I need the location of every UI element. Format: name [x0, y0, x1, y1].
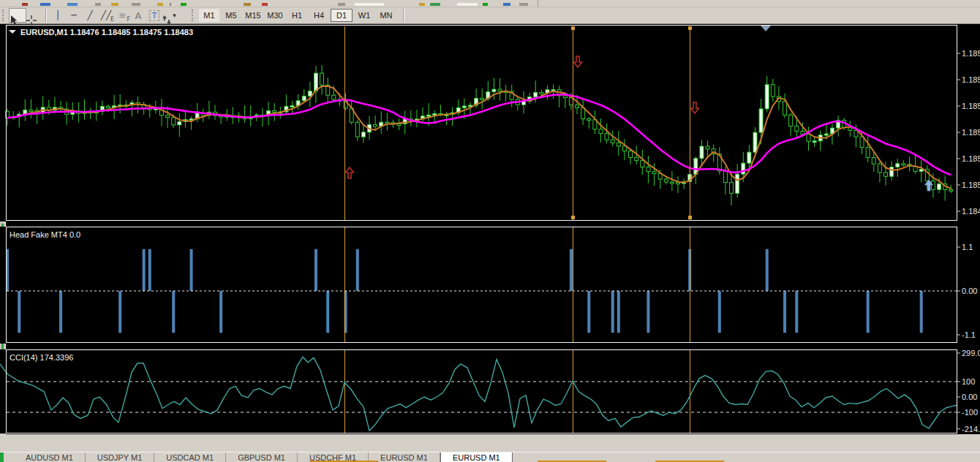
- timeframe-d1-button[interactable]: D1: [331, 9, 353, 22]
- timeframe-m1-button[interactable]: M1: [199, 9, 219, 22]
- vertical-line-tool-button[interactable]: │: [50, 9, 66, 22]
- headfake-scale-label: 0.00: [962, 287, 977, 295]
- toolbar-upper-row: [0, 0, 980, 7]
- fibonacci-tool-button[interactable]: ≡ F: [114, 9, 130, 22]
- text-tool-button[interactable]: A: [130, 9, 146, 22]
- clipped-toolbar-icon[interactable]: [67, 3, 78, 6]
- timeframe-m30-button[interactable]: M30: [265, 9, 285, 22]
- vertical-line-icon: │: [55, 10, 60, 20]
- trendline-tool-button[interactable]: ╱: [82, 9, 98, 22]
- chart-window: 1.1851.1851.1851.1851.1851.1851.184EURUS…: [0, 24, 980, 434]
- price-scale-label: 1.184: [962, 207, 980, 216]
- text-icon: A: [135, 10, 142, 21]
- clipped-toolbar-icon[interactable]: [519, 3, 528, 6]
- clipped-toolbar-icon[interactable]: [40, 3, 50, 6]
- cci-scale-label: 299.01: [962, 349, 980, 357]
- clipped-toolbar-icon[interactable]: [483, 3, 488, 6]
- horizontal-line-tool-button[interactable]: ─: [66, 9, 82, 22]
- price-scale-label: 1.185: [962, 181, 980, 189]
- clipped-toolbar-icon[interactable]: [157, 3, 163, 6]
- price-scale-label: 1.185: [962, 128, 980, 137]
- headfake-indicator-label: Head Fake MT4 0.0: [10, 230, 80, 239]
- clipped-toolbar-icon[interactable]: [95, 3, 101, 6]
- price-scale-label: 1.185: [962, 75, 980, 84]
- clipped-toolbar-icon[interactable]: [22, 3, 28, 6]
- toolbar-separator-2: [403, 9, 404, 22]
- crosshair-tool-button[interactable]: [26, 9, 42, 22]
- horizontal-line-icon: ─: [71, 10, 76, 20]
- clipped-toolbar-icon[interactable]: [244, 3, 251, 6]
- cci-scale-label: -214.43: [962, 425, 980, 433]
- clipped-toolbar-icon[interactable]: [355, 3, 384, 6]
- chart-title: EURUSD,M1 1.18476 1.18485 1.18475 1.1848…: [20, 28, 193, 37]
- text-label-icon: T: [149, 10, 160, 21]
- toolbar-line-studies: │ ─ ╱ ╱╱ E ≡ F A T ▾ M1 M5 M15 M30 H1 H4…: [0, 7, 980, 24]
- cci-scale-label: 0.00: [962, 393, 977, 401]
- cci-indicator-label: CCI(14) 174.3396: [10, 353, 73, 362]
- price-scale-label: 1.185: [962, 102, 980, 110]
- timeframe-m15-button[interactable]: M15: [243, 9, 263, 22]
- timeframe-mn-button[interactable]: MN: [376, 9, 396, 22]
- cursor-tool-button[interactable]: [9, 8, 26, 23]
- toolbar-grip[interactable]: [2, 10, 6, 21]
- arrows-tool-button[interactable]: ▾: [162, 9, 184, 22]
- clipped-toolbar-icon[interactable]: [503, 3, 510, 6]
- cci-scale-label: 100: [962, 377, 975, 386]
- headfake-indicator-panel[interactable]: 1.10.00-1.1Head Fake MT4 0.0: [0, 227, 980, 344]
- clipped-toolbar-icon[interactable]: [419, 3, 425, 6]
- cci-scale-label: -100: [962, 408, 978, 417]
- timeframe-h4-button[interactable]: H4: [309, 9, 329, 22]
- toolbar-separator: [45, 9, 47, 22]
- toolbar-grip-2[interactable]: [192, 10, 195, 21]
- price-chart-panel[interactable]: 1.1851.1851.1851.1851.1851.1851.184EURUS…: [0, 24, 980, 221]
- equidistant-channel-tool-button[interactable]: ╱╱ E: [98, 9, 114, 22]
- text-label-tool-button[interactable]: T: [146, 9, 162, 22]
- clipped-toolbar-icon[interactable]: [170, 3, 171, 6]
- timeframe-w1-button[interactable]: W1: [354, 9, 374, 22]
- trendline-icon: ╱: [87, 10, 92, 20]
- clipped-toolbar-icon[interactable]: [338, 3, 345, 6]
- clipped-toolbar-icon[interactable]: [181, 3, 186, 6]
- price-scale-label: 1.185: [962, 49, 980, 58]
- clipped-toolbar-icon[interactable]: [132, 3, 140, 6]
- price-scale-label: 1.185: [962, 154, 980, 163]
- clipped-toolbar-icon[interactable]: [430, 3, 440, 6]
- timeframe-h1-button[interactable]: H1: [287, 9, 307, 22]
- cci-indicator-panel[interactable]: 299.011000.00-100-214.43CCI(14) 174.3396: [0, 349, 980, 433]
- clipped-toolbar-icon[interactable]: [457, 3, 478, 6]
- arrows-dropdown-caret: ▾: [173, 12, 176, 19]
- headfake-scale-label: 1.1: [962, 243, 973, 251]
- clipped-toolbar-icon[interactable]: [262, 3, 268, 6]
- mt4-window: │ ─ ╱ ╱╱ E ≡ F A T ▾ M1 M5 M15 M30 H1 H4…: [0, 0, 980, 462]
- headfake-scale-label: -1.1: [962, 330, 976, 339]
- timeframe-m5-button[interactable]: M5: [221, 9, 241, 22]
- clipped-toolbar-icon[interactable]: [111, 3, 118, 6]
- fibonacci-icon: ≡: [118, 10, 126, 20]
